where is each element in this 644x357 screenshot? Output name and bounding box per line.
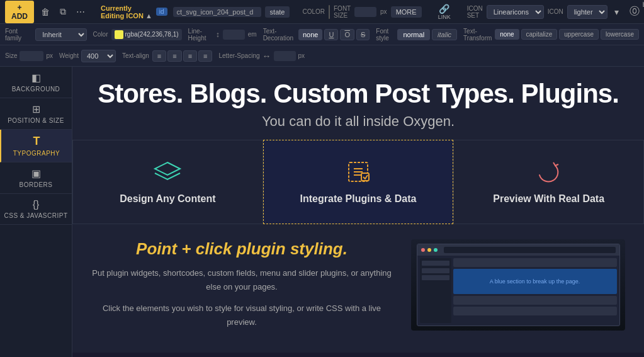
more-options-icon[interactable]: ⋯ — [73, 5, 88, 19]
feature-card-design[interactable]: Design Any Content — [72, 140, 263, 224]
page-subheadline: You can do it all inside Oxygen. — [72, 113, 644, 130]
layers-svg-icon — [152, 159, 183, 184]
color-label: COLOR — [302, 8, 325, 15]
weight-label: Weight — [59, 52, 79, 59]
lower-desc1: Put plugin widgets, shortcodes, custom f… — [91, 266, 392, 294]
more-button[interactable]: MORE — [391, 6, 422, 18]
back-to-wp-button[interactable]: ⓪ back to wp — [630, 1, 644, 23]
deco-strikethrough-button[interactable]: S — [356, 29, 370, 40]
letter-spacing-input[interactable] — [274, 51, 296, 61]
svg-marker-0 — [155, 162, 180, 175]
sidebar-row — [422, 268, 449, 273]
blue-section-row: A blue section to break up the page. — [453, 269, 617, 294]
font-size-label: FONT SIZE — [334, 5, 351, 19]
sidebar-css-label: CSS & JAVASCRIPT — [4, 212, 68, 219]
text-decoration-group: Text-Decoration none U O S — [263, 28, 370, 42]
icon-chevron-btn[interactable]: ▾ — [611, 5, 622, 19]
style-buttons: normal italic — [397, 29, 457, 40]
text-align-group: Text-align ≡ ≡ ≡ ≡ — [122, 50, 213, 62]
font-family-group: Font family Inherit — [5, 28, 87, 42]
dot-yellow — [427, 248, 431, 252]
deco-none-button[interactable]: none — [298, 29, 322, 40]
typography-toolbar-row1: Font family Inherit Color rgba(242,236,7… — [0, 24, 644, 45]
content-row3 — [453, 307, 617, 315]
link-button[interactable]: 🔗 LINK — [434, 3, 455, 21]
line-height-input[interactable] — [223, 30, 245, 40]
letter-spacing-group: Letter-Spacing ↔ px — [218, 51, 305, 61]
font-style-label: Font style — [376, 28, 394, 42]
color-label2: Color — [93, 31, 108, 38]
weight-select[interactable]: 400 — [81, 50, 116, 62]
add-button[interactable]: + ADD — [5, 1, 34, 23]
font-size-input[interactable] — [354, 7, 376, 17]
transform-capitalize-button[interactable]: capitalize — [521, 29, 558, 40]
text-transform-group: Text-Transform none capitalize uppercase… — [463, 28, 639, 42]
sidebar-item-borders[interactable]: ▣ BORDERS — [0, 162, 72, 194]
content-row2 — [453, 296, 617, 305]
feature-cards: Design Any Content — [72, 140, 644, 224]
dot-green — [434, 248, 438, 252]
icon-set-select[interactable]: Linearicons — [487, 5, 544, 19]
icon-select[interactable]: lighter — [567, 5, 607, 19]
align-right-button[interactable]: ≡ — [183, 50, 197, 62]
feature-integrate-title: Integrate Plugins & Data — [300, 193, 417, 204]
page-headline: Stores. Blogs. Custom Post Types. Plugin… — [72, 79, 644, 108]
color-value-text: rgba(242,236,78,1) — [125, 31, 179, 38]
content-area: Stores. Blogs. Custom Post Types. Plugin… — [72, 67, 644, 357]
css-icon: {} — [33, 199, 40, 210]
sidebar-item-background[interactable]: ◧ BACKGROUND — [0, 67, 72, 98]
sidebar-borders-label: BORDERS — [20, 181, 53, 188]
weight-group: Weight 400 — [59, 50, 116, 62]
sidebar-item-typography[interactable]: T TYPOGRAPHY — [0, 130, 72, 162]
transform-lowercase-button[interactable]: lowercase — [601, 29, 639, 40]
sidebar-position-label: POSITION & SIZE — [8, 117, 64, 124]
letter-spacing-icon: ↔ — [263, 51, 271, 61]
sidebar-typography-label: TYPOGRAPHY — [13, 150, 60, 157]
state-button[interactable]: state — [265, 6, 290, 18]
currently-editing-label: Currently Editing ICON ▲ — [101, 4, 152, 20]
typography-toolbar-row2: Size px Weight 400 Text-align ≡ ≡ ≡ ≡ Le… — [0, 45, 644, 67]
transform-none-button[interactable]: none — [495, 29, 519, 40]
px-label: px — [380, 8, 387, 15]
lower-text-block: Point + click plugin styling. Put plugin… — [91, 239, 392, 337]
screenshot-preview: A blue section to break up the page. — [411, 239, 625, 331]
line-height-group: Line-Height ↕ em — [188, 28, 257, 42]
font-style-group: Font style normal italic — [376, 28, 457, 42]
page-content: Stores. Blogs. Custom Post Types. Plugin… — [72, 67, 644, 353]
em-label: em — [248, 31, 257, 38]
deco-underline-button[interactable]: U — [324, 29, 338, 40]
align-left-button[interactable]: ≡ — [152, 50, 166, 62]
color-swatch-small — [115, 30, 123, 39]
size-px-label: px — [46, 52, 53, 59]
color-swatch[interactable] — [329, 5, 330, 19]
screenshot-sidebar — [420, 258, 451, 323]
sidebar-item-position[interactable]: ⊞ POSITION & SIZE — [0, 98, 72, 130]
element-id-input[interactable] — [173, 7, 261, 17]
trash-icon[interactable]: 🗑 — [38, 5, 53, 19]
main-layout: ◧ BACKGROUND ⊞ POSITION & SIZE T TYPOGRA… — [0, 67, 644, 357]
screenshot-top-bar — [417, 244, 619, 256]
align-center-button[interactable]: ≡ — [167, 50, 181, 62]
text-transform-label: Text-Transform — [463, 28, 492, 42]
duplicate-icon[interactable]: ⧉ — [57, 4, 69, 19]
color-input-box[interactable]: rgba(242,236,78,1) — [111, 29, 182, 40]
style-italic-button[interactable]: italic — [432, 29, 457, 40]
transform-uppercase-button[interactable]: uppercase — [559, 29, 599, 40]
font-family-select[interactable]: Inherit — [35, 28, 86, 41]
align-justify-button[interactable]: ≡ — [198, 50, 212, 62]
feature-card-preview[interactable]: Preview With Real Data — [453, 140, 644, 224]
text-align-label: Text-align — [122, 52, 149, 59]
deco-overline-button[interactable]: O — [340, 29, 354, 40]
icon-label: ICON — [548, 8, 563, 15]
sidebar-item-css[interactable]: {} CSS & JAVASCRIPT — [0, 194, 72, 225]
size-input[interactable] — [20, 51, 43, 61]
page-canvas: Stores. Blogs. Custom Post Types. Plugin… — [72, 67, 644, 357]
element-id-badge: id — [156, 8, 167, 16]
screenshot-content: A blue section to break up the page. — [417, 244, 620, 326]
feature-card-integrate[interactable]: Integrate Plugins & Data — [263, 140, 454, 224]
link-icon: 🔗 — [439, 4, 449, 14]
lower-title: Point + click plugin styling. — [91, 239, 392, 259]
preview-svg-icon — [533, 159, 565, 184]
left-sidebar: ◧ BACKGROUND ⊞ POSITION & SIZE T TYPOGRA… — [0, 67, 72, 357]
style-normal-button[interactable]: normal — [397, 29, 430, 40]
